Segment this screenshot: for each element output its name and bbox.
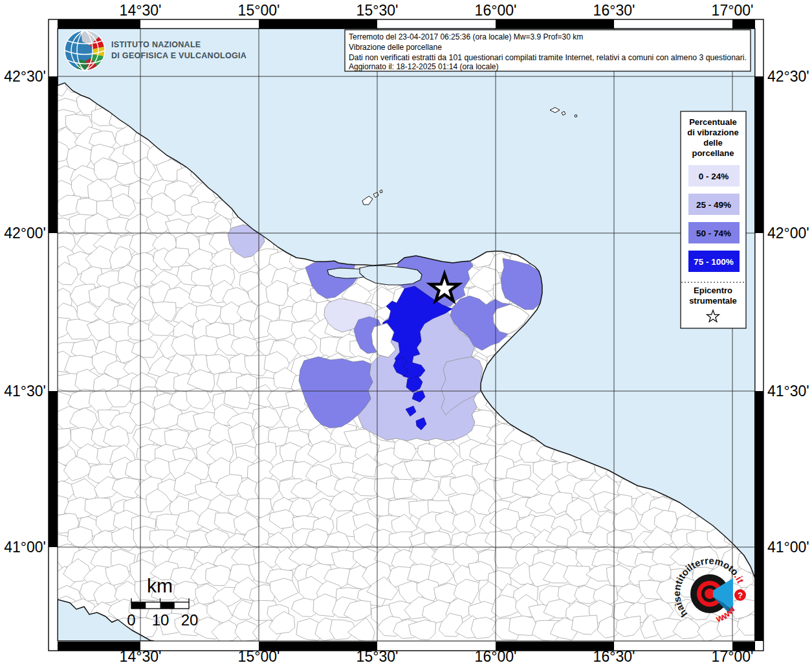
axis-tick-label: 41°30': [4, 383, 46, 399]
scale-tick-0: 0: [127, 611, 135, 629]
axis-tick-label: 15°00': [238, 648, 280, 663]
axis-tick-label: 16°30': [593, 648, 635, 663]
ingv-name-line1: ISTITUTO NAZIONALE: [111, 40, 201, 49]
event-title: Terremoto del 23-04-2017 06:25:36 (ora l…: [349, 32, 583, 41]
longitude-labels-top: 14°30' 15°00' 15°30' 16°00' 16°30' 17°00…: [120, 2, 754, 19]
ingv-globe-icon: [65, 30, 105, 71]
axis-tick-label: 41°00': [767, 539, 809, 556]
scale-unit: km: [147, 575, 173, 596]
axis-tick-label: 17°00': [712, 648, 754, 663]
axis-tick-label: 42°30': [4, 68, 46, 85]
axis-tick-label: 16°30': [593, 2, 635, 19]
axis-tick-label: 41°00': [4, 539, 46, 556]
legend-label-25-49: 25 - 49%: [696, 200, 731, 210]
map-canvas: 14°30' 15°00' 15°30' 16°00' 16°30' 17°00…: [0, 0, 812, 663]
question-mark: ?: [738, 590, 743, 600]
legend-box: Percentuale di vibrazione delle porcella…: [681, 111, 746, 328]
event-subtitle: Vibrazione delle porcellane: [349, 43, 442, 52]
axis-tick-label: 15°00': [238, 2, 280, 19]
scale-tick-20: 20: [181, 611, 199, 629]
axis-tick-label: 42°30': [767, 68, 809, 85]
axis-tick-label: 17°00': [712, 2, 754, 19]
latitude-labels-left: 42°30' 42°00' 41°30' 41°00': [4, 68, 46, 556]
latitude-labels-right: 42°30' 42°00' 41°30' 41°00': [767, 68, 809, 556]
legend-epicenter-line2: strumentale: [689, 296, 737, 306]
ingv-name-line2: DI GEOFISICA E VULCANOLOGIA: [111, 51, 247, 60]
axis-tick-label: 14°30': [120, 2, 162, 19]
legend-label-75-100: 75 - 100%: [694, 257, 734, 267]
legend-epicenter-line1: Epicentro: [694, 286, 732, 295]
event-data-note: Dati non verificati estratti da 101 ques…: [349, 53, 747, 62]
legend-title-line: Percentuale: [689, 117, 737, 127]
legend-title-line: delle: [703, 138, 723, 148]
axis-tick-label: 42°00': [4, 225, 46, 242]
legend-label-0-24: 0 - 24%: [699, 172, 729, 181]
axis-tick-label: 14°30': [120, 648, 162, 663]
legend-title-line: di vibrazione: [687, 128, 738, 137]
event-updated: Aggiornato il: 18-12-2025 01:14 (ora loc…: [349, 62, 498, 71]
legend-label-50-74: 50 - 74%: [696, 229, 731, 238]
axis-tick-label: 16°00': [475, 648, 517, 663]
event-info-box: Terremoto del 23-04-2017 06:25:36 (ora l…: [345, 30, 751, 71]
axis-tick-label: 41°30': [767, 383, 809, 399]
axis-tick-label: 42°00': [767, 225, 809, 242]
legend-title-line: porcellane: [692, 148, 734, 158]
axis-tick-label: 15°30': [357, 648, 399, 663]
axis-tick-label: 16°00': [475, 2, 517, 19]
scale-tick-10: 10: [152, 611, 170, 629]
axis-tick-label: 15°30': [357, 2, 399, 19]
map-page: 14°30' 15°00' 15°30' 16°00' 16°30' 17°00…: [0, 0, 812, 663]
